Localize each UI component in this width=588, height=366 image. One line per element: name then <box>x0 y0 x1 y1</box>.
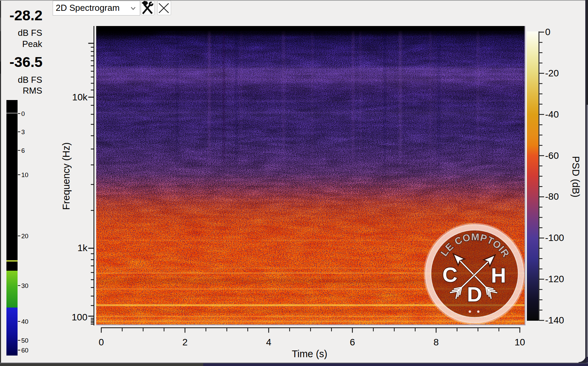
svg-text:C: C <box>443 263 458 286</box>
svg-text:D: D <box>467 283 482 306</box>
svg-text:H: H <box>491 264 506 287</box>
